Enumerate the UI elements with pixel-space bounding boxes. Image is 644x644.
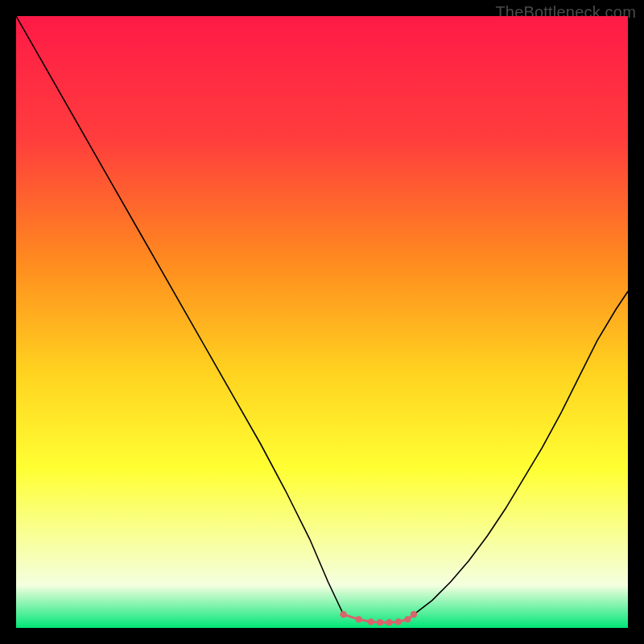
series-bottom-markers-point bbox=[395, 618, 402, 625]
series-bottom-markers-point bbox=[368, 618, 374, 625]
chart-svg bbox=[16, 16, 628, 628]
chart-background bbox=[16, 16, 628, 628]
series-bottom-markers-point bbox=[377, 619, 383, 625]
chart-stage: TheBottleneck.com bbox=[0, 0, 644, 644]
series-bottom-markers-point bbox=[355, 616, 361, 622]
series-bottom-markers-point bbox=[404, 616, 411, 622]
chart-plot-area bbox=[16, 16, 628, 628]
series-bottom-markers-point bbox=[386, 619, 392, 625]
series-bottom-markers-point bbox=[411, 611, 417, 617]
series-bottom-markers-point bbox=[340, 611, 346, 617]
